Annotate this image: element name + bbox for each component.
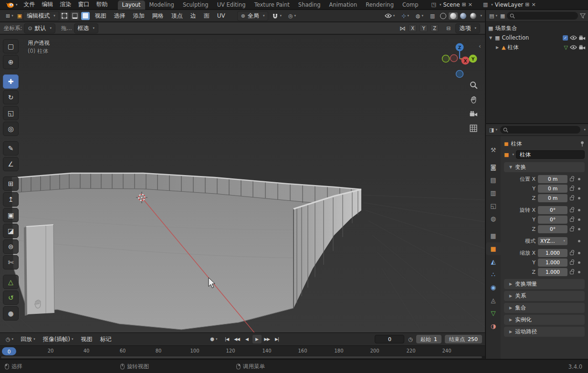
clock-icon[interactable]: ◷ (408, 337, 413, 342)
scene-selector[interactable]: ◳ ▾ Scene ⊞ × (430, 1, 474, 9)
rotation-mode-dropdown[interactable]: XYZ... ▾ (538, 237, 567, 245)
mirror-y-button[interactable]: Y (420, 24, 428, 32)
outliner-search-field[interactable] (507, 12, 578, 20)
frame-end-field[interactable]: 结束点 250 (445, 335, 482, 343)
play-reverse-button[interactable]: ◀ (242, 335, 252, 343)
timeline-ruler[interactable]: 20 40 60 80 100 120 140 160 180 200 220 … (0, 345, 485, 356)
menu-add[interactable]: 添加 (130, 11, 148, 21)
outliner-row-object[interactable]: ▶ ▲ 柱体 ▽ (486, 42, 588, 52)
tool-bevel[interactable]: ◪ (3, 224, 19, 238)
tool-measure[interactable]: ∠ (3, 157, 19, 171)
viewport-3d[interactable]: X Y Z 用户透视 (0) 柱体 ‹ ▢ ⊕ ✚ ↻ ◱ ◎ ✎ ∠ ⊞ ↥ … (0, 35, 485, 332)
overlays-toggle[interactable]: ◍ ▾ (413, 13, 426, 19)
animate-dot-icon[interactable] (578, 271, 580, 273)
scale-x-field[interactable]: 1.000 (538, 249, 567, 257)
tab-collection[interactable]: ▦ (486, 229, 501, 242)
menu-edge[interactable]: 边 (187, 11, 200, 21)
prev-keyframe-button[interactable]: ◀◀ (232, 335, 242, 343)
remove-viewlayer-icon[interactable]: × (531, 2, 536, 7)
tab-animation[interactable]: Animation (325, 0, 362, 10)
frame-start-field[interactable]: 起始 1 (416, 335, 441, 343)
animate-dot-icon[interactable] (578, 187, 580, 190)
filter-icon[interactable] (580, 13, 586, 19)
blender-menu-button[interactable]: ▾ (3, 1, 21, 9)
tab-constraints[interactable]: ◬ (486, 294, 501, 307)
tab-object-data[interactable]: ▽ (486, 307, 501, 320)
lock-icon[interactable] (570, 209, 574, 212)
editor-type-button[interactable]: ◨ ▾ (488, 127, 498, 133)
tool-extrude[interactable]: ↥ (3, 192, 19, 207)
animate-dot-icon[interactable] (578, 252, 580, 254)
expand-arrow-icon[interactable]: ▼ (488, 36, 493, 40)
edge-select-button[interactable] (71, 12, 79, 20)
breadcrumb-object-name[interactable]: 柱体 (511, 140, 522, 147)
animate-dot-icon[interactable] (578, 178, 580, 180)
vertex-select-button[interactable] (60, 12, 69, 20)
menu-render[interactable]: 渲染 (57, 0, 75, 9)
animate-dot-icon[interactable] (578, 218, 580, 221)
tab-rendering[interactable]: Rendering (361, 0, 398, 10)
coord-system-dropdown[interactable]: ⊙ 默认 ▾ (24, 23, 55, 33)
pin-icon[interactable] (580, 141, 585, 147)
new-scene-icon[interactable]: ⊞ (462, 2, 466, 7)
tab-shading[interactable]: Shading (294, 0, 325, 10)
menu-view-timeline[interactable]: 视图 (78, 335, 96, 344)
region-toggle-arrow[interactable]: ‹ (479, 42, 481, 50)
properties-search-field[interactable] (500, 126, 581, 134)
animate-dot-icon[interactable] (578, 240, 580, 242)
tab-material[interactable]: ◑ (486, 320, 501, 332)
viewlayer-selector[interactable]: ▥ ▾ ViewLayer ⊞ × (481, 1, 538, 9)
gizmos-toggle[interactable]: ⊹ ▾ (399, 13, 412, 19)
menu-face[interactable]: 面 (200, 11, 213, 21)
timeline-scrollbar[interactable] (0, 356, 485, 359)
section-collections[interactable]: ▶ 集合 (504, 303, 585, 313)
menu-uv[interactable]: UV (214, 12, 229, 20)
section-instancing[interactable]: ▶ 实例化 (504, 315, 585, 325)
viewport-canvas[interactable]: X Y Z (0, 35, 485, 332)
tool-loop-cut[interactable]: ⊜ (3, 239, 19, 254)
lock-icon[interactable] (570, 178, 574, 181)
menu-help[interactable]: 帮助 (93, 0, 111, 9)
tool-select-box[interactable]: ▢ (3, 39, 19, 53)
face-select-button[interactable] (81, 12, 90, 20)
lock-icon[interactable] (570, 187, 574, 191)
lock-icon[interactable] (570, 197, 574, 200)
disable-render-camera-icon[interactable] (579, 35, 586, 41)
shading-solid-button[interactable] (449, 12, 458, 20)
tab-physics[interactable]: ◉ (486, 281, 501, 294)
section-delta-transform[interactable]: ▶ 变换增量 (504, 279, 585, 289)
lock-icon[interactable] (570, 271, 574, 274)
current-frame-field[interactable]: 0 (375, 335, 404, 343)
tab-modifiers[interactable]: ◭ (486, 255, 501, 268)
section-motion-paths[interactable]: ▶ 运动路径 (504, 327, 585, 337)
options-dropdown[interactable]: 选项 ▾ (455, 23, 480, 33)
animate-dot-icon[interactable] (578, 209, 580, 211)
tab-scene[interactable]: ◱ (486, 199, 501, 212)
tab-uv-editing[interactable]: UV Editing (213, 0, 250, 10)
new-viewlayer-icon[interactable]: ⊞ (525, 2, 529, 7)
outliner-row-collection[interactable]: ▼ ▦ Collection ✓ (486, 33, 588, 42)
menu-file[interactable]: 文件 (21, 0, 39, 9)
tool-poly-build[interactable]: △ (3, 275, 19, 289)
tool-spin[interactable]: ↺ (3, 290, 19, 305)
mode-dropdown[interactable]: 编辑模式 ▾ (23, 11, 59, 21)
mirror-z-button[interactable]: Z (430, 24, 439, 32)
tab-render[interactable]: ◙ (486, 161, 501, 174)
tool-cursor[interactable]: ⊕ (3, 55, 19, 69)
location-x-field[interactable]: 0 m (538, 175, 567, 183)
correct-face-attributes-toggle[interactable]: ⊟ (443, 25, 453, 31)
jump-to-end-button[interactable]: ▶| (273, 335, 282, 343)
gizmo-minus-x-ball[interactable] (451, 55, 458, 62)
object-name-field[interactable]: 柱体 (516, 150, 585, 159)
lock-icon[interactable] (570, 252, 574, 255)
tab-particles[interactable]: ∴ (486, 268, 501, 281)
menu-select[interactable]: 选择 (111, 11, 129, 21)
gizmo-minus-y-ball[interactable] (442, 55, 450, 62)
shading-wireframe-button[interactable] (439, 12, 448, 20)
snapping-button[interactable]: ▾ (269, 12, 284, 20)
tool-add-cube[interactable]: ⊞ (3, 176, 19, 191)
proportional-edit-button[interactable]: ◎ ▾ (285, 13, 299, 19)
scale-z-field[interactable]: 1.000 (538, 268, 567, 276)
shading-material-button[interactable] (459, 12, 468, 20)
rotation-y-field[interactable]: 0° (538, 216, 567, 224)
